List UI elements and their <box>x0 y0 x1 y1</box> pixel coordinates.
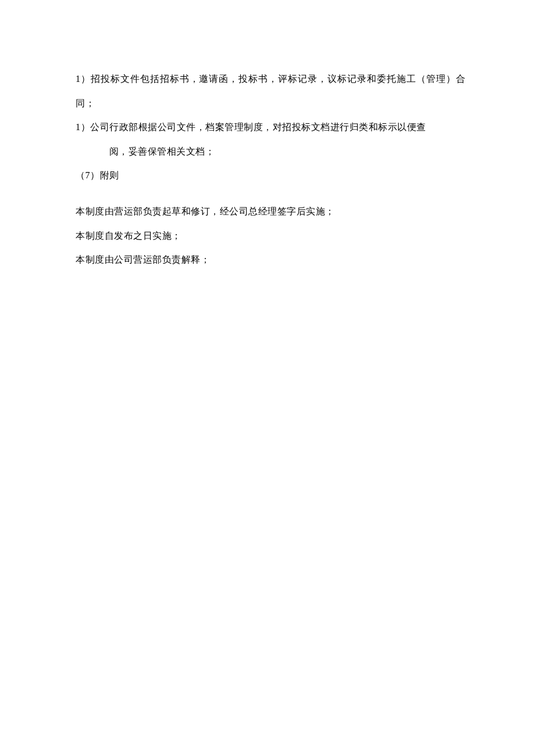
document-body: 1）招投标文件包括招标书，邀请函，投标书，评标记录，议标记录和委托施工（管理）合… <box>76 67 465 272</box>
paragraph-6: 本制度由公司营运部负责解释； <box>76 248 465 272</box>
paragraph-2-cont: 阅，妥善保管相关文档； <box>76 139 465 164</box>
paragraph-4: 本制度由营运部负责起草和修订，经公司总经理签字后实施； <box>76 199 465 224</box>
paragraph-3: （7）附则 <box>76 163 465 188</box>
paragraph-2: 1）公司行政部根据公司文件，档案管理制度，对招投标文档进行归类和标示以便查 <box>76 115 465 139</box>
paragraph-5: 本制度自发布之日实施； <box>76 224 465 248</box>
paragraph-1: 1）招投标文件包括招标书，邀请函，投标书，评标记录，议标记录和委托施工（管理）合… <box>76 67 465 115</box>
